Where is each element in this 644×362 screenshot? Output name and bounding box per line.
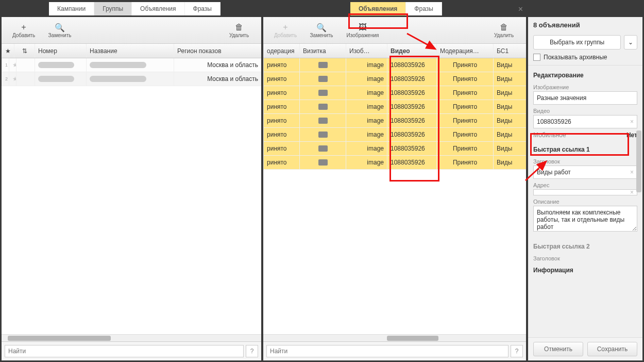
right-vscroll[interactable] — [636, 130, 641, 192]
col-region[interactable]: Регион показов — [174, 44, 261, 58]
tab-campaigns[interactable]: Кампании — [49, 2, 94, 15]
rownum: 1 — [2, 58, 9, 72]
mobile-label: Мобильное — [533, 131, 566, 139]
table-row[interactable]: ринятоimage1088035926ПринятоВиды — [263, 128, 526, 142]
ql1-title-value: Виды работ — [537, 169, 571, 176]
col-sort[interactable]: ⇅ — [14, 44, 35, 58]
replace-button[interactable]: 🔍 Заменить — [42, 22, 78, 38]
moderation2-cell: Принято — [436, 58, 493, 72]
left-search-input[interactable] — [5, 345, 244, 357]
table-row[interactable]: 1 ★ Москва и область — [2, 58, 261, 72]
col-name[interactable]: Название — [86, 44, 174, 58]
center-hscroll[interactable] — [263, 334, 526, 341]
center-grid-body: ринятоimage1088035926ПринятоВидыринятоim… — [263, 58, 526, 334]
tab-phrases-right[interactable]: Фразы — [406, 2, 442, 15]
selection-count: 8 объявлений — [528, 17, 642, 33]
clear-icon[interactable]: × — [630, 189, 634, 196]
table-row[interactable]: ринятоimage1088035926ПринятоВиды — [263, 142, 526, 156]
table-row[interactable]: ринятоimage1088035926ПринятоВиды — [263, 58, 526, 72]
vcard-icon — [318, 118, 328, 124]
tab-ads-left[interactable]: Объявления — [132, 2, 184, 15]
help-button[interactable]: ? — [511, 345, 523, 357]
vcard-cell — [299, 100, 346, 113]
help-button[interactable]: ? — [246, 345, 258, 357]
images-button[interactable]: 🖼 Изображения — [340, 22, 386, 38]
moderation2-cell: Принято — [436, 100, 493, 113]
close-icon[interactable]: × — [518, 5, 523, 14]
ql1-desc-field[interactable]: Выполняем как комплексные работы, так и … — [533, 206, 637, 232]
main-area: + Добавить 🔍 Заменить 🗑 Удалить ★ ⇅ Номе… — [0, 15, 644, 362]
left-hscroll[interactable] — [2, 334, 261, 341]
fav-icon[interactable]: ★ — [9, 58, 16, 72]
bs1-cell: Виды — [493, 100, 526, 113]
show-archived-checkbox[interactable] — [533, 54, 540, 61]
video-field[interactable]: 1088035926 × — [533, 115, 637, 128]
ql1-title-label: Заголовок — [528, 155, 642, 166]
table-row[interactable]: ринятоimage1088035926ПринятоВиды — [263, 86, 526, 100]
table-row[interactable]: ринятоimage1088035926ПринятоВиды — [263, 100, 526, 114]
ql1-address-field[interactable]: × — [533, 189, 637, 195]
clear-icon[interactable]: × — [630, 118, 634, 125]
delete-button[interactable]: 🗑 Удалить — [486, 22, 522, 38]
table-row[interactable]: ринятоimage1088035926ПринятоВиды — [263, 72, 526, 86]
mobile-value: Нет — [626, 131, 637, 139]
center-search-input[interactable] — [266, 345, 509, 357]
clear-icon[interactable]: × — [630, 169, 634, 176]
vcard-cell — [299, 142, 346, 155]
bs1-cell: Виды — [493, 58, 526, 72]
plus-icon: + — [21, 22, 26, 32]
video-cell: 1088035926 — [387, 58, 436, 72]
col-moderation[interactable]: одерация — [263, 44, 299, 58]
info-section: Информация — [528, 262, 642, 276]
save-button[interactable]: Сохранить — [587, 342, 637, 356]
add-button[interactable]: + Добавить — [6, 22, 42, 38]
name-cell — [86, 58, 174, 72]
table-row[interactable]: ринятоimage1088035926ПринятоВиды — [263, 156, 526, 170]
scroll-thumb[interactable] — [387, 336, 438, 341]
moderation2-cell: Принято — [436, 156, 493, 169]
quicklink1-section: Быстрая ссылка 1 — [528, 142, 642, 155]
vcard-icon — [318, 62, 328, 68]
table-row[interactable]: ринятоimage1088035926ПринятоВиды — [263, 114, 526, 128]
select-groups-dropdown[interactable]: ⌄ — [624, 35, 637, 50]
scroll-thumb[interactable] — [8, 336, 111, 341]
tab-phrases-left[interactable]: Фразы — [185, 2, 221, 15]
col-vcard[interactable]: Визитка — [299, 44, 346, 58]
left-tab-group: Кампании Группы Объявления Фразы — [49, 2, 221, 15]
col-image[interactable]: Изоб… — [346, 44, 387, 58]
ql1-address-label: Адрес — [528, 179, 642, 189]
image-cell: image — [346, 114, 387, 127]
add-label: Добавить — [12, 32, 35, 38]
tab-groups[interactable]: Группы — [94, 2, 132, 15]
replace-button[interactable]: 🔍 Заменить — [303, 22, 340, 38]
tab-ads-right[interactable]: Объявления — [350, 2, 406, 15]
spacer — [16, 72, 35, 86]
image-label: Изображение — [528, 81, 642, 91]
image-field[interactable]: Разные значения — [533, 91, 637, 105]
col-star[interactable]: ★ — [2, 44, 14, 58]
col-number[interactable]: Номер — [35, 44, 86, 58]
right-footer: Отменить Сохранить — [528, 337, 642, 360]
trash-icon: 🗑 — [500, 22, 508, 32]
col-moderation2[interactable]: Модерация… — [436, 44, 493, 58]
vcard-icon — [318, 76, 328, 82]
col-bs1[interactable]: БС1 — [493, 44, 526, 58]
star-icon: ★ — [5, 47, 11, 55]
moderation2-cell: Принято — [436, 142, 493, 155]
delete-button[interactable]: 🗑 Удалить — [221, 22, 257, 38]
video-cell: 1088035926 — [387, 142, 436, 155]
topbar: 1 2 8 8 Кампании Группы Объявления Фразы… — [0, 0, 644, 15]
table-row[interactable]: 2 ★ Москва и область — [2, 72, 261, 86]
cancel-button[interactable]: Отменить — [533, 342, 583, 356]
bs1-cell: Виды — [493, 142, 526, 155]
fav-icon[interactable]: ★ — [9, 72, 16, 86]
replace-label: Заменить — [48, 32, 72, 38]
number-cell — [35, 58, 86, 72]
vcard-cell — [299, 86, 346, 100]
ql1-title-field[interactable]: Виды работ × — [533, 166, 637, 179]
center-footer: ? — [263, 341, 526, 360]
moderation-cell: ринято — [263, 128, 299, 141]
image-cell: image — [346, 100, 387, 113]
col-video[interactable]: Видео — [387, 44, 436, 58]
select-groups-button[interactable]: Выбрать их группы — [533, 35, 621, 50]
